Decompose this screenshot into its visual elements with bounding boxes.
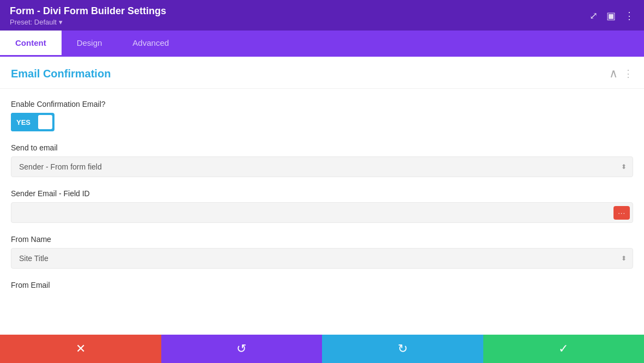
header-preset[interactable]: Preset: Default ▾	[10, 18, 166, 26]
redo-icon: ↻	[398, 342, 408, 356]
form-body: Enable Confirmation Email? YES Send to e…	[0, 89, 644, 312]
panel-icon[interactable]: ▣	[606, 10, 616, 22]
tabs-bar: Content Design Advanced	[0, 31, 644, 57]
toggle-yes-label: YES	[11, 113, 36, 131]
section-title: Email Confirmation	[11, 68, 111, 80]
sender-email-input-wrapper: ···	[11, 202, 633, 223]
section-header-icons: ∧ ⋮	[609, 66, 633, 81]
send-to-label: Send to email	[11, 143, 633, 152]
tab-design[interactable]: Design	[62, 31, 118, 57]
from-email-group: From Email	[11, 281, 633, 289]
section-header: Email Confirmation ∧ ⋮	[0, 57, 644, 89]
sender-email-label: Sender Email - Field ID	[11, 189, 633, 198]
more-icon[interactable]: ⋮	[624, 10, 634, 22]
toggle-label: Enable Confirmation Email?	[11, 100, 633, 108]
toggle-thumb	[38, 115, 52, 129]
from-name-select-wrapper: Site Title Custom Name	[11, 248, 633, 269]
send-to-select-wrapper: Sender - From form field Admin Email Cus…	[11, 156, 633, 177]
undo-icon: ↺	[236, 342, 246, 356]
from-name-group: From Name Site Title Custom Name	[11, 235, 633, 269]
sender-email-group: Sender Email - Field ID ···	[11, 189, 633, 223]
enable-confirmation-toggle[interactable]: YES	[11, 113, 54, 131]
save-button[interactable]: ✓	[483, 335, 645, 363]
toggle-group: Enable Confirmation Email? YES	[11, 100, 633, 131]
sender-email-picker-button[interactable]: ···	[613, 206, 630, 220]
from-email-label: From Email	[11, 281, 633, 289]
header: Form - Divi Form Builder Settings Preset…	[0, 0, 644, 31]
save-icon: ✓	[558, 342, 568, 356]
header-title: Form - Divi Form Builder Settings	[10, 5, 166, 17]
redo-button[interactable]: ↻	[322, 335, 483, 363]
collapse-icon[interactable]: ∧	[609, 66, 618, 81]
toggle-wrapper: YES	[11, 113, 633, 131]
header-left: Form - Divi Form Builder Settings Preset…	[10, 5, 166, 26]
send-to-group: Send to email Sender - From form field A…	[11, 143, 633, 177]
cancel-button[interactable]: ✕	[0, 335, 161, 363]
header-icons: ⤢ ▣ ⋮	[590, 10, 634, 22]
send-to-select[interactable]: Sender - From form field Admin Email Cus…	[11, 156, 633, 177]
from-name-select[interactable]: Site Title Custom Name	[11, 248, 633, 269]
section-more-icon[interactable]: ⋮	[623, 68, 633, 80]
picker-icon: ···	[618, 209, 625, 217]
from-name-label: From Name	[11, 235, 633, 244]
cancel-icon: ✕	[76, 342, 86, 356]
sender-email-input[interactable]	[11, 202, 633, 223]
bottom-bar: ✕ ↺ ↻ ✓	[0, 335, 644, 363]
main-content: Email Confirmation ∧ ⋮ Enable Confirmati…	[0, 57, 644, 335]
undo-button[interactable]: ↺	[161, 335, 323, 363]
expand-icon[interactable]: ⤢	[590, 10, 598, 22]
tab-content[interactable]: Content	[0, 31, 62, 57]
tab-advanced[interactable]: Advanced	[117, 31, 184, 57]
